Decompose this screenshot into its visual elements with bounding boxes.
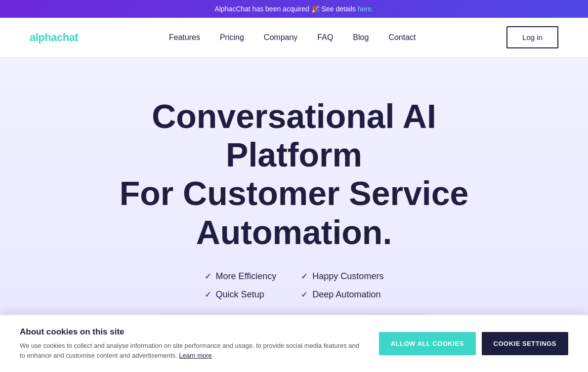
cookie-learn-more-link[interactable]: Learn more xyxy=(179,352,211,359)
nav-features[interactable]: Features xyxy=(169,33,200,41)
hero-features: ✓ More Efficiency ✓ Quick Setup ✓ Happy … xyxy=(10,271,578,300)
cookie-description: We use cookies to collect and analyse in… xyxy=(20,341,364,360)
nav-company[interactable]: Company xyxy=(264,33,297,41)
cookie-text-section: About cookies on this site We use cookie… xyxy=(20,327,364,360)
feature-quick-setup: ✓ Quick Setup xyxy=(205,289,264,300)
check-icon-4: ✓ xyxy=(301,290,307,299)
feature-efficiency: ✓ More Efficiency xyxy=(205,271,277,282)
check-icon-2: ✓ xyxy=(205,290,211,299)
cookie-buttons: ALLOW ALL COOKIES COOKIE SETTINGS xyxy=(379,332,568,355)
feature-happy-customers: ✓ Happy Customers xyxy=(301,271,383,282)
announcement-link[interactable]: here. xyxy=(358,5,374,13)
feature-deep-automation-label: Deep Automation xyxy=(312,289,380,300)
announcement-text: AlphacChat has been acquired 🎉 See detai… xyxy=(214,5,357,13)
features-col-2: ✓ Happy Customers ✓ Deep Automation xyxy=(301,271,383,300)
nav-links: Features Pricing Company FAQ Blog Contac… xyxy=(169,33,416,42)
feature-deep-automation: ✓ Deep Automation xyxy=(301,289,380,300)
navbar: alphachat Features Pricing Company FAQ B… xyxy=(0,18,588,57)
nav-blog[interactable]: Blog xyxy=(353,33,369,41)
cookie-settings-button[interactable]: COOKIE SETTINGS xyxy=(482,332,568,355)
feature-efficiency-label: More Efficiency xyxy=(216,271,277,282)
nav-contact[interactable]: Contact xyxy=(388,33,416,41)
logo[interactable]: alphachat xyxy=(30,31,78,44)
announcement-banner: AlphacChat has been acquired 🎉 See detai… xyxy=(0,0,588,18)
cookie-title: About cookies on this site xyxy=(20,327,364,337)
login-button[interactable]: Log in xyxy=(506,26,558,48)
hero-title: Conversational AI Platform For Customer … xyxy=(96,97,492,251)
check-icon-3: ✓ xyxy=(301,272,307,281)
nav-pricing[interactable]: Pricing xyxy=(220,33,244,41)
feature-happy-customers-label: Happy Customers xyxy=(312,271,383,282)
cookie-banner: About cookies on this site We use cookie… xyxy=(0,315,588,372)
features-col-1: ✓ More Efficiency ✓ Quick Setup xyxy=(205,271,277,300)
feature-quick-setup-label: Quick Setup xyxy=(216,289,264,300)
nav-faq[interactable]: FAQ xyxy=(317,33,333,41)
check-icon-1: ✓ xyxy=(205,272,211,281)
allow-cookies-button[interactable]: ALLOW ALL COOKIES xyxy=(379,332,476,355)
